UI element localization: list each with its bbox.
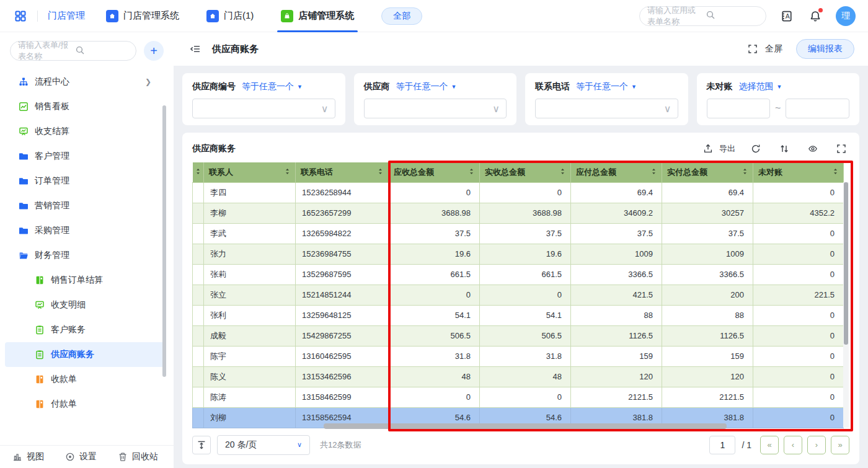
column-sort-icon[interactable] (467, 167, 476, 177)
next-page-button[interactable]: › (807, 436, 826, 454)
home-app-link[interactable]: 门店管理 (48, 10, 85, 22)
column-header-实付总金额[interactable]: 实付总金额 (662, 162, 753, 182)
sidebar-item-label: 销售订单结算 (51, 275, 103, 286)
range-min-input[interactable] (707, 99, 771, 118)
table-row[interactable]: 李四152362589440069.469.40 (193, 182, 844, 203)
cell: 13259648125 (296, 305, 389, 325)
filter-condition[interactable]: 选择范围 ▼ (739, 81, 782, 92)
column-sort-icon[interactable] (741, 167, 749, 177)
sidebar-item-label: 流程中心 (35, 76, 69, 87)
filter-select[interactable]: ∨ (535, 99, 678, 118)
column-header-联系人[interactable]: 联系人 (204, 162, 296, 182)
topbar-tab-1[interactable]: 门店管理系统 (106, 0, 179, 32)
page-number-input[interactable]: 1 (709, 436, 735, 454)
sidebar-scrollbar[interactable] (162, 105, 166, 377)
filter-label: 供应商编号 (192, 81, 236, 92)
sidebar-item-营销管理[interactable]: 营销管理 (5, 193, 166, 218)
apps-grid-icon[interactable] (12, 8, 29, 24)
global-search-input[interactable]: 请输入应用或表单名称 (639, 6, 766, 26)
range-max-input[interactable] (786, 99, 849, 118)
sidebar-item-收支明细[interactable]: 收支明细 (5, 293, 166, 317)
topbar-tab-3[interactable]: 店铺管理系统 (281, 0, 354, 32)
cell: 200 (662, 285, 753, 305)
notification-bell-icon[interactable] (807, 8, 823, 24)
filter-label: 供应商 (364, 81, 390, 92)
table-row[interactable]: 陈义1315346259648481201200 (193, 366, 844, 387)
sidebar-item-付款单[interactable]: 付款单 (5, 392, 166, 417)
sidebar-footer-视图[interactable]: 视图 (12, 451, 44, 462)
refresh-icon[interactable] (748, 141, 764, 157)
filter-condition[interactable]: 等于任意一个 ▼ (242, 81, 303, 92)
table-row[interactable]: 李柳165236572993688.983688.9834609.2302574… (193, 203, 844, 223)
fullscreen-label: 全屏 (765, 43, 782, 55)
export-button[interactable]: 导出 (700, 141, 735, 157)
table-row[interactable]: 张力1523698475519.619.6100910090 (193, 244, 844, 264)
table-horizontal-scrollbar[interactable] (324, 423, 727, 429)
target-icon (65, 452, 75, 462)
sidebar-item-财务管理[interactable]: 财务管理 (5, 243, 166, 268)
fullscreen-button[interactable]: 全屏 (745, 41, 782, 57)
sort-icon[interactable] (776, 141, 792, 157)
column-header-stub[interactable] (193, 162, 204, 182)
address-book-icon[interactable]: A (779, 8, 795, 24)
global-search-placeholder: 请输入应用或表单名称 (647, 5, 701, 27)
collapse-sidebar-icon[interactable] (187, 41, 203, 57)
prev-page-button[interactable]: ‹ (784, 436, 802, 454)
avatar[interactable]: 理 (836, 6, 856, 26)
sidebar-item-客户管理[interactable]: 客户管理 (5, 144, 166, 169)
sidebar-item-收款单[interactable]: 收款单 (5, 367, 166, 392)
add-form-button[interactable]: + (144, 41, 164, 61)
column-header-实收总金额[interactable]: 实收总金额 (480, 162, 571, 182)
table-vertical-scrollbar[interactable] (843, 182, 849, 428)
table-row[interactable]: 张莉13529687595661.5661.53366.53366.50 (193, 264, 844, 285)
column-sort-icon[interactable] (650, 167, 658, 177)
cell: 421.5 (571, 285, 662, 305)
last-page-button[interactable]: » (831, 436, 849, 454)
notification-dot (818, 8, 823, 12)
page-header: 供应商账务 全屏 编辑报表 (174, 32, 868, 66)
cell: 37.5 (662, 223, 753, 244)
topbar-tab-2[interactable]: 门店(1) (206, 0, 254, 32)
sidebar-footer-回收站[interactable]: 回收站 (118, 451, 158, 462)
table-row[interactable]: 陈涛13158462599002121.52121.50 (193, 387, 844, 407)
column-header-应付总金额[interactable]: 应付总金额 (571, 162, 662, 182)
column-sort-icon[interactable] (831, 167, 839, 177)
visibility-icon[interactable] (805, 141, 821, 157)
sidebar-item-采购管理[interactable]: 采购管理 (5, 218, 166, 243)
form-search-placeholder: 请输入表单/报表名称 (18, 40, 71, 62)
table-fullscreen-icon[interactable] (833, 141, 849, 157)
sidebar-item-供应商账务[interactable]: 供应商账务 (5, 342, 166, 367)
table-row[interactable]: 陈宇1316046259531.831.81591590 (193, 346, 844, 366)
sidebar-item-销售看板[interactable]: 销售看板 (5, 94, 166, 119)
table-row[interactable]: 张利1325964812554.154.188880 (193, 305, 844, 325)
table-row[interactable]: 成毅15429867255506.5506.51126.51126.50 (193, 325, 844, 346)
filter-condition[interactable]: 等于任意一个 ▼ (576, 81, 637, 92)
column-sort-icon[interactable] (283, 167, 291, 177)
sidebar-item-流程中心[interactable]: 流程中心 ❯ (5, 69, 166, 94)
sidebar-item-客户账务[interactable]: 客户账务 (5, 317, 166, 342)
row-height-button[interactable] (192, 436, 211, 454)
sidebar-item-label: 收款单 (51, 374, 77, 385)
column-sort-icon[interactable] (376, 167, 384, 177)
filter-select[interactable]: ∨ (364, 99, 507, 118)
sidebar-item-销售订单结算[interactable]: 销售订单结算 (5, 268, 166, 293)
column-header-应收总金额[interactable]: 应收总金额 (389, 162, 480, 182)
sidebar-item-收支结算[interactable]: 收支结算 (5, 119, 166, 144)
sidebar-item-订单管理[interactable]: 订单管理 (5, 169, 166, 193)
column-header-未对账[interactable]: 未对账 (753, 162, 844, 182)
table-row[interactable]: 李武1326598482237.537.537.537.50 (193, 223, 844, 244)
cell: 159 (662, 346, 753, 366)
filter-select[interactable]: ∨ (192, 99, 335, 118)
first-page-button[interactable]: « (760, 436, 779, 454)
column-header-联系电话[interactable]: 联系电话 (296, 162, 389, 182)
all-apps-badge[interactable]: 全部 (381, 7, 422, 25)
sidebar-item-商品管理[interactable]: 商品管理 (5, 417, 166, 422)
sidebar-footer-设置[interactable]: 设置 (65, 451, 97, 462)
page-size-select[interactable]: 20 条/页 ∨ (217, 435, 310, 455)
table-row[interactable]: 张立1521485124400421.5200221.5 (193, 285, 844, 305)
form-search-input[interactable]: 请输入表单/报表名称 (10, 41, 136, 61)
edit-report-button[interactable]: 编辑报表 (796, 39, 854, 59)
filter-condition[interactable]: 等于任意一个 ▼ (396, 81, 457, 92)
column-sort-icon[interactable] (559, 167, 567, 177)
sidebar-item-label: 营销管理 (35, 200, 69, 211)
